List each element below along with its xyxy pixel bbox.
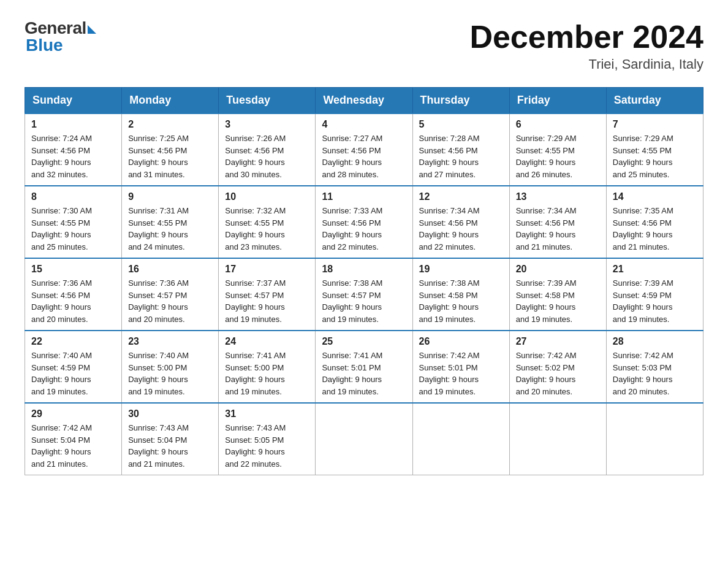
day-info: Sunrise: 7:30 AM Sunset: 4:55 PM Dayligh…: [31, 205, 115, 253]
calendar-header-row: SundayMondayTuesdayWednesdayThursdayFrid…: [25, 88, 703, 114]
day-info: Sunrise: 7:43 AM Sunset: 5:04 PM Dayligh…: [128, 422, 212, 470]
calendar-cell: 16 Sunrise: 7:36 AM Sunset: 4:57 PM Dayl…: [122, 258, 219, 331]
calendar-cell: [509, 403, 606, 475]
day-info: Sunrise: 7:38 AM Sunset: 4:57 PM Dayligh…: [322, 277, 406, 325]
day-info: Sunrise: 7:26 AM Sunset: 4:56 PM Dayligh…: [225, 132, 309, 180]
day-number: 27: [516, 336, 600, 347]
calendar-cell: 20 Sunrise: 7:39 AM Sunset: 4:58 PM Dayl…: [509, 258, 606, 331]
calendar-cell: 7 Sunrise: 7:29 AM Sunset: 4:55 PM Dayli…: [606, 113, 703, 186]
day-number: 3: [225, 119, 309, 130]
day-number: 31: [225, 408, 309, 419]
day-number: 30: [128, 408, 212, 419]
day-number: 9: [128, 191, 212, 202]
calendar-cell: 3 Sunrise: 7:26 AM Sunset: 4:56 PM Dayli…: [219, 113, 316, 186]
logo: General Blue: [25, 18, 96, 55]
title-area: December 2024 Triei, Sardinia, Italy: [469, 18, 703, 72]
day-number: 15: [31, 264, 115, 275]
calendar-cell: 5 Sunrise: 7:28 AM Sunset: 4:56 PM Dayli…: [412, 113, 509, 186]
calendar-cell: 11 Sunrise: 7:33 AM Sunset: 4:56 PM Dayl…: [316, 186, 412, 258]
calendar-cell: 18 Sunrise: 7:38 AM Sunset: 4:57 PM Dayl…: [316, 258, 412, 331]
calendar-cell: 24 Sunrise: 7:41 AM Sunset: 5:00 PM Dayl…: [219, 331, 316, 403]
calendar-cell: 8 Sunrise: 7:30 AM Sunset: 4:55 PM Dayli…: [25, 186, 122, 258]
day-info: Sunrise: 7:38 AM Sunset: 4:58 PM Dayligh…: [419, 277, 503, 325]
day-number: 1: [31, 119, 115, 130]
day-number: 5: [419, 119, 503, 130]
day-number: 29: [31, 408, 115, 419]
day-info: Sunrise: 7:25 AM Sunset: 4:56 PM Dayligh…: [128, 132, 212, 180]
logo-triangle-icon: [88, 25, 96, 34]
day-number: 25: [322, 336, 406, 347]
day-info: Sunrise: 7:27 AM Sunset: 4:56 PM Dayligh…: [322, 132, 406, 180]
calendar-table: SundayMondayTuesdayWednesdayThursdayFrid…: [25, 87, 703, 475]
day-info: Sunrise: 7:34 AM Sunset: 4:56 PM Dayligh…: [419, 205, 503, 253]
day-number: 12: [419, 191, 503, 202]
calendar-header-saturday: Saturday: [606, 88, 703, 114]
day-info: Sunrise: 7:40 AM Sunset: 5:00 PM Dayligh…: [128, 350, 212, 397]
calendar-cell: 10 Sunrise: 7:32 AM Sunset: 4:55 PM Dayl…: [219, 186, 316, 258]
calendar-cell: 9 Sunrise: 7:31 AM Sunset: 4:55 PM Dayli…: [122, 186, 219, 258]
day-info: Sunrise: 7:42 AM Sunset: 5:01 PM Dayligh…: [419, 350, 503, 397]
day-number: 26: [419, 336, 503, 347]
day-number: 18: [322, 264, 406, 275]
calendar-cell: 27 Sunrise: 7:42 AM Sunset: 5:02 PM Dayl…: [509, 331, 606, 403]
day-info: Sunrise: 7:42 AM Sunset: 5:04 PM Dayligh…: [31, 422, 115, 470]
day-number: 21: [613, 264, 697, 275]
day-info: Sunrise: 7:32 AM Sunset: 4:55 PM Dayligh…: [225, 205, 309, 253]
calendar-week-row: 15 Sunrise: 7:36 AM Sunset: 4:56 PM Dayl…: [25, 258, 703, 331]
day-number: 22: [31, 336, 115, 347]
day-info: Sunrise: 7:41 AM Sunset: 5:00 PM Dayligh…: [225, 350, 309, 397]
day-number: 23: [128, 336, 212, 347]
calendar-header-tuesday: Tuesday: [219, 88, 316, 114]
day-info: Sunrise: 7:35 AM Sunset: 4:56 PM Dayligh…: [613, 205, 697, 253]
calendar-cell: 13 Sunrise: 7:34 AM Sunset: 4:56 PM Dayl…: [509, 186, 606, 258]
day-info: Sunrise: 7:34 AM Sunset: 4:56 PM Dayligh…: [516, 205, 600, 253]
day-info: Sunrise: 7:42 AM Sunset: 5:03 PM Dayligh…: [613, 350, 697, 397]
calendar-week-row: 8 Sunrise: 7:30 AM Sunset: 4:55 PM Dayli…: [25, 186, 703, 258]
day-number: 14: [613, 191, 697, 202]
day-number: 2: [128, 119, 212, 130]
calendar-week-row: 29 Sunrise: 7:42 AM Sunset: 5:04 PM Dayl…: [25, 403, 703, 475]
calendar-cell: 29 Sunrise: 7:42 AM Sunset: 5:04 PM Dayl…: [25, 403, 122, 475]
calendar-header-monday: Monday: [122, 88, 219, 114]
day-number: 28: [613, 336, 697, 347]
day-info: Sunrise: 7:39 AM Sunset: 4:58 PM Dayligh…: [516, 277, 600, 325]
calendar-cell: 17 Sunrise: 7:37 AM Sunset: 4:57 PM Dayl…: [219, 258, 316, 331]
day-number: 4: [322, 119, 406, 130]
calendar-cell: [606, 403, 703, 475]
day-number: 11: [322, 191, 406, 202]
day-number: 24: [225, 336, 309, 347]
day-info: Sunrise: 7:33 AM Sunset: 4:56 PM Dayligh…: [322, 205, 406, 253]
logo-blue-text: Blue: [26, 36, 63, 55]
calendar-cell: [412, 403, 509, 475]
calendar-cell: 12 Sunrise: 7:34 AM Sunset: 4:56 PM Dayl…: [412, 186, 509, 258]
day-number: 20: [516, 264, 600, 275]
day-info: Sunrise: 7:29 AM Sunset: 4:55 PM Dayligh…: [516, 132, 600, 180]
calendar-cell: 19 Sunrise: 7:38 AM Sunset: 4:58 PM Dayl…: [412, 258, 509, 331]
calendar-cell: 6 Sunrise: 7:29 AM Sunset: 4:55 PM Dayli…: [509, 113, 606, 186]
day-info: Sunrise: 7:40 AM Sunset: 4:59 PM Dayligh…: [31, 350, 115, 397]
calendar-cell: 4 Sunrise: 7:27 AM Sunset: 4:56 PM Dayli…: [316, 113, 412, 186]
day-number: 16: [128, 264, 212, 275]
calendar-cell: 25 Sunrise: 7:41 AM Sunset: 5:01 PM Dayl…: [316, 331, 412, 403]
calendar-cell: 21 Sunrise: 7:39 AM Sunset: 4:59 PM Dayl…: [606, 258, 703, 331]
calendar-cell: 31 Sunrise: 7:43 AM Sunset: 5:05 PM Dayl…: [219, 403, 316, 475]
calendar-cell: 30 Sunrise: 7:43 AM Sunset: 5:04 PM Dayl…: [122, 403, 219, 475]
calendar-cell: 22 Sunrise: 7:40 AM Sunset: 4:59 PM Dayl…: [25, 331, 122, 403]
day-info: Sunrise: 7:36 AM Sunset: 4:57 PM Dayligh…: [128, 277, 212, 325]
calendar-week-row: 1 Sunrise: 7:24 AM Sunset: 4:56 PM Dayli…: [25, 113, 703, 186]
day-info: Sunrise: 7:28 AM Sunset: 4:56 PM Dayligh…: [419, 132, 503, 180]
day-number: 17: [225, 264, 309, 275]
day-info: Sunrise: 7:43 AM Sunset: 5:05 PM Dayligh…: [225, 422, 309, 470]
day-number: 19: [419, 264, 503, 275]
location: Triei, Sardinia, Italy: [469, 56, 703, 72]
calendar-cell: 1 Sunrise: 7:24 AM Sunset: 4:56 PM Dayli…: [25, 113, 122, 186]
day-info: Sunrise: 7:37 AM Sunset: 4:57 PM Dayligh…: [225, 277, 309, 325]
calendar-cell: 2 Sunrise: 7:25 AM Sunset: 4:56 PM Dayli…: [122, 113, 219, 186]
calendar-header-wednesday: Wednesday: [316, 88, 412, 114]
day-number: 7: [613, 119, 697, 130]
day-info: Sunrise: 7:42 AM Sunset: 5:02 PM Dayligh…: [516, 350, 600, 397]
day-number: 13: [516, 191, 600, 202]
calendar-header-thursday: Thursday: [412, 88, 509, 114]
calendar-header-friday: Friday: [509, 88, 606, 114]
month-title: December 2024: [469, 18, 703, 55]
